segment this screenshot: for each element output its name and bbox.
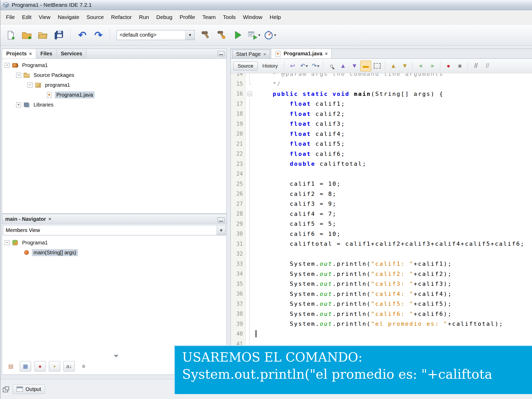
code-line-26[interactable]: 26 calif2 = 8; — [231, 189, 532, 199]
minimize-window-icon[interactable] — [218, 51, 224, 56]
menu-item-refactor[interactable]: Refactor — [108, 12, 135, 23]
clean-build-button[interactable] — [214, 28, 229, 42]
chevron-down-icon[interactable]: ▼ — [217, 225, 225, 235]
line-number[interactable]: 15 — [231, 79, 246, 89]
close-icon[interactable]: × — [29, 51, 32, 56]
tree-item-programa1-java[interactable]: Programa1.java — [2, 90, 227, 100]
next-occurrence-button[interactable]: ▼ — [349, 61, 360, 71]
line-number[interactable]: 27 — [231, 199, 246, 209]
menu-item-source[interactable]: Source — [83, 12, 108, 23]
tree-item-libraries[interactable]: +Libraries — [2, 100, 227, 110]
editor-tab-start-page[interactable]: Start Page× — [232, 50, 270, 58]
tree-item-programa1[interactable]: −Programa1 — [2, 60, 227, 70]
back-button[interactable]: ↶▾ — [298, 61, 309, 71]
output-tab[interactable]: Output — [13, 384, 45, 394]
menu-item-help[interactable]: Help — [266, 12, 284, 23]
tree-item-programa1[interactable]: −programa1 — [2, 80, 227, 90]
line-number[interactable]: 37 — [231, 299, 246, 309]
code-line-34[interactable]: 34 System.out.println("calif2: "+calif2)… — [231, 269, 532, 279]
code-line-32[interactable]: 32 — [231, 249, 532, 259]
line-number[interactable]: 40 — [231, 329, 246, 339]
code-line-22[interactable]: 22 float calif6; — [231, 149, 532, 159]
line-number[interactable]: 39 — [231, 319, 246, 329]
close-icon[interactable]: × — [49, 217, 51, 221]
close-icon[interactable]: × — [325, 51, 328, 56]
code-editor[interactable]: 14 * @param args the command line argume… — [231, 73, 532, 379]
code-line-30[interactable]: 30 calif6 = 10; — [231, 229, 532, 239]
previous-bookmark-button[interactable]: ▲ — [388, 61, 399, 71]
code-line-17[interactable]: 17 float calif1; — [231, 99, 532, 109]
expand-icon[interactable]: + — [16, 102, 21, 107]
shift-left-button[interactable]: « — [415, 61, 426, 71]
code-line-28[interactable]: 28 calif4 = 7; — [231, 209, 532, 219]
new-file-button[interactable] — [3, 28, 18, 42]
menu-item-run[interactable]: Run — [135, 12, 153, 23]
editor-tab-programa1-java[interactable]: Programa1.java× — [271, 49, 332, 58]
code-line-18[interactable]: 18 float calif2; — [231, 109, 532, 119]
chevron-down-icon[interactable]: ▾ — [258, 33, 260, 37]
config-combobox[interactable]: <default config> ▼ — [117, 30, 195, 40]
line-number[interactable]: 17 — [231, 99, 246, 109]
menu-item-edit[interactable]: Edit — [18, 12, 35, 23]
code-line-14[interactable]: 14 * @param args the command line argume… — [231, 73, 532, 79]
find-selection-button[interactable]: ○ — [326, 61, 337, 71]
line-number[interactable]: 33 — [231, 259, 246, 269]
collapse-icon[interactable]: − — [5, 63, 10, 68]
line-number[interactable]: 24 — [231, 169, 246, 179]
line-number[interactable]: 35 — [231, 279, 246, 289]
panel-tab-projects[interactable]: Projects× — [2, 49, 36, 58]
run-project-button[interactable] — [230, 28, 245, 42]
code-line-38[interactable]: 38 System.out.println("calif6: "+calif6)… — [231, 309, 532, 319]
code-line-31[interactable]: 31 califtotal = calif1+calif2+calif3+cal… — [231, 239, 532, 249]
code-line-23[interactable]: 23 double califtotal; — [231, 159, 532, 169]
open-project-button[interactable] — [36, 28, 50, 42]
code-line-25[interactable]: 25 calif1 = 10; — [231, 179, 532, 189]
line-number[interactable]: 28 — [231, 209, 246, 219]
splitter-grip-icon[interactable] — [114, 355, 118, 357]
next-bookmark-button[interactable]: ▼ — [399, 61, 410, 71]
line-number[interactable]: 18 — [231, 109, 246, 119]
menu-item-team[interactable]: Team — [199, 12, 219, 23]
uncomment-button[interactable]: // — [482, 61, 493, 71]
chevron-down-icon[interactable]: ▾ — [317, 64, 319, 68]
chevron-down-icon[interactable]: ▾ — [274, 33, 276, 37]
line-number[interactable]: 14 — [231, 73, 246, 79]
code-line-16[interactable]: 16− public static void main(String[] arg… — [231, 89, 532, 99]
tree-item-programa1[interactable]: −Programa1 — [2, 238, 227, 248]
code-line-39[interactable]: 39 System.out.println("el promedio es: "… — [231, 319, 532, 329]
code-line-40[interactable]: 40 — [231, 329, 532, 339]
redo-button[interactable]: ↷ — [91, 28, 106, 42]
menu-item-tools[interactable]: Tools — [219, 12, 239, 23]
line-number[interactable]: 22 — [231, 149, 246, 159]
menu-item-window[interactable]: Window — [239, 12, 266, 23]
shift-right-button[interactable]: » — [427, 61, 438, 71]
tree-item-source-packages[interactable]: −Source Packages — [2, 70, 227, 80]
code-line-21[interactable]: 21 float calif5; — [231, 139, 532, 149]
code-line-20[interactable]: 20 float calif4; — [231, 129, 532, 139]
menu-item-navigate[interactable]: Navigate — [54, 12, 83, 23]
code-line-29[interactable]: 29 calif5 = 5; — [231, 219, 532, 229]
line-number[interactable]: 25 — [231, 179, 246, 189]
panel-tab-files[interactable]: Files — [36, 49, 57, 58]
menu-item-debug[interactable]: Debug — [153, 12, 176, 23]
minimize-window-icon[interactable] — [218, 217, 224, 223]
line-number[interactable]: 26 — [231, 189, 246, 199]
rectangular-selection-button[interactable] — [372, 61, 383, 71]
code-line-33[interactable]: 33 System.out.println("calif1: "+calif1)… — [231, 259, 532, 269]
code-line-19[interactable]: 19 float calif3; — [231, 119, 532, 129]
last-edit-location-button[interactable]: ↩ — [287, 61, 298, 71]
profile-project-button[interactable]: ▾ — [263, 28, 277, 42]
build-project-button[interactable] — [198, 28, 213, 42]
line-number[interactable]: 20 — [231, 129, 246, 139]
fold-margin[interactable]: − — [246, 89, 254, 99]
menu-item-file[interactable]: File — [2, 12, 18, 23]
code-line-35[interactable]: 35 System.out.println("calif3: "+calif3)… — [231, 279, 532, 289]
show-static-members-button[interactable]: ▪ — [49, 361, 60, 371]
panel-tab-services[interactable]: Services — [57, 49, 87, 58]
chevron-down-icon[interactable]: ▼ — [185, 30, 194, 40]
start-macro-recording-button[interactable]: ● — [443, 61, 454, 71]
code-line-27[interactable]: 27 calif3 = 9; — [231, 199, 532, 209]
sort-by-source-button[interactable]: ≡ — [78, 361, 89, 371]
undo-button[interactable]: ↶ — [75, 28, 90, 42]
members-view-combobox[interactable]: Members View ▼ — [3, 225, 226, 235]
